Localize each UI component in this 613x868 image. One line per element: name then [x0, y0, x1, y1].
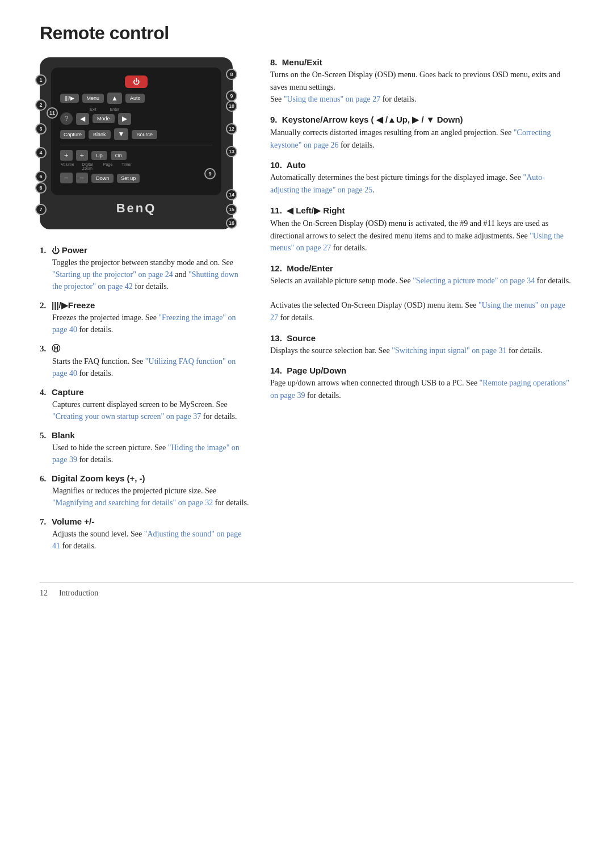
nav-right-button[interactable]: ▶ [118, 113, 131, 125]
source-button[interactable]: Source [132, 130, 157, 139]
badge-3: 3 [35, 123, 47, 135]
link-using-menus-11[interactable]: "Using the menus" on page 27 [270, 232, 564, 253]
item-number: 4. [40, 388, 46, 397]
badge-2: 2 [35, 99, 47, 111]
link-using-menus-12[interactable]: "Using the menus" on page 27 [270, 301, 565, 322]
dig-zoom-minus-button[interactable]: − [76, 173, 89, 183]
list-item: 11. ◀ Left/▶ Right When the On-Screen Di… [270, 206, 573, 254]
badge-6a: 6 [35, 171, 47, 182]
item-number: 7. [40, 517, 46, 526]
link-remote-paging[interactable]: "Remote paging operations" on page 39 [270, 379, 569, 400]
right-items-list: 8. Menu/Exit Turns on the On-Screen Disp… [270, 57, 573, 402]
link-faq[interactable]: "Utilizing FAQ function" on page 40 [52, 357, 236, 378]
list-item: 13. Source Displays the source selection… [270, 333, 573, 357]
item-header: 11. ◀ Left/▶ Right [270, 206, 573, 216]
badge-14: 14 [226, 189, 237, 200]
page-up-button[interactable]: Up [91, 151, 107, 160]
badge-12: 12 [226, 123, 237, 135]
item-title: Capture [52, 387, 84, 397]
list-item: 2. |||/▶Freeze Freezes the projected ima… [40, 300, 250, 336]
item-description: Toggles the projector between standby mo… [52, 257, 250, 292]
item-description: Manually corrects distorted images resul… [270, 127, 573, 151]
freeze-button[interactable]: |||/▶ [60, 94, 79, 103]
item-description: Captures current displayed screen to be … [52, 399, 250, 422]
link-startup-screen[interactable]: "Creating your own startup screen" on pa… [52, 412, 201, 421]
brand-logo: BenQ [51, 201, 221, 216]
item-description: Automatically determines the best pictur… [270, 171, 573, 196]
capture-button[interactable]: Capture [60, 130, 85, 139]
link-hiding-image[interactable]: "Hiding the image" on page 39 [52, 443, 240, 464]
item-header: 13. Source [270, 333, 573, 343]
link-using-menus-8[interactable]: "Using the menus" on page 27 [284, 95, 380, 103]
faq-button[interactable]: ? [60, 112, 73, 125]
link-switching-signal[interactable]: "Switching input signal" on page 31 [392, 346, 506, 355]
list-item: 5. Blank Used to hide the screen picture… [40, 430, 250, 466]
page-down-button[interactable]: Down [91, 174, 114, 183]
page-title: Remote control [40, 23, 573, 44]
auto-button[interactable]: Auto [125, 94, 145, 103]
blank-button[interactable]: Blank [89, 130, 111, 139]
item-number: 2. [40, 301, 46, 310]
item-title: Blank [52, 430, 75, 440]
nav-down-button[interactable]: ▼ [114, 128, 129, 140]
power-button[interactable]: ⏻ [125, 76, 148, 88]
setup-button[interactable]: Set up [117, 174, 140, 183]
item-description: Adjusts the sound level. See "Adjusting … [52, 528, 250, 552]
list-item: 10. Auto Automatically determines the be… [270, 160, 573, 196]
footer: 12 Introduction [40, 582, 573, 598]
minus-button[interactable]: − [60, 173, 73, 183]
badge-13: 13 [226, 146, 237, 157]
item-header: 9. Keystone/Arrow keys ( ◀ /▲Up, ▶ / ▼ D… [270, 115, 573, 125]
link-starting-up[interactable]: "Starting up the projector" on page 24 [52, 270, 173, 279]
list-item: 12. Mode/Enter Selects an available pict… [270, 263, 573, 324]
badge-4: 4 [35, 147, 47, 158]
item-description: Starts the FAQ function. See "Utilizing … [52, 355, 250, 379]
footer-section-label: Introduction [59, 589, 98, 598]
item-title: Volume +/- [52, 517, 94, 526]
remote-control-image: ⏻ |||/▶ Menu ▲ Auto Exit Enter [40, 57, 233, 245]
nav-up-button[interactable]: ▲ [107, 93, 122, 104]
badge-10: 10 [226, 100, 237, 112]
item-number: 5. [40, 431, 46, 440]
plus-button[interactable]: + [60, 150, 73, 161]
list-item: 4. Capture Captures current displayed sc… [40, 387, 250, 422]
list-item: 6. Digital Zoom keys (+, -) Magnifies or… [40, 473, 250, 509]
item-description: Magnifies or reduces the projected pictu… [52, 485, 250, 509]
item-description: Used to hide the screen picture. See "Hi… [52, 442, 250, 466]
badge-9: 9 [226, 90, 237, 102]
badge-11: 11 [47, 107, 58, 119]
link-auto-adjusting[interactable]: "Auto-adjusting the image" on page 25 [270, 173, 545, 194]
link-correcting-keystone[interactable]: "Correcting keystone" on page 26 [270, 128, 551, 149]
item-header: 12. Mode/Enter [270, 263, 573, 273]
item-description: Turns on the On-Screen Display (OSD) men… [270, 69, 573, 106]
badge-15: 15 [226, 204, 237, 215]
link-magnifying[interactable]: "Magnifying and searching for details" o… [52, 498, 213, 507]
item-header: 10. Auto [270, 160, 573, 170]
menu-button[interactable]: Menu [82, 94, 104, 103]
dig-zoom-plus-button[interactable]: + [76, 150, 89, 161]
item-description: When the On-Screen Display (OSD) menu is… [270, 217, 573, 254]
list-item: 9. Keystone/Arrow keys ( ◀ /▲Up, ▶ / ▼ D… [270, 115, 573, 151]
badge-6b: 6 [35, 182, 47, 194]
item-number: 6. [40, 474, 46, 483]
power-icon: ⏻ [133, 78, 140, 86]
nav-left-button[interactable]: ◀ [76, 113, 89, 125]
list-item: 8. Menu/Exit Turns on the On-Screen Disp… [270, 57, 573, 106]
list-item: 3. Ⓗ Starts the FAQ function. See "Utili… [40, 343, 250, 379]
item-description: Displays the source selection bar. See "… [270, 345, 573, 357]
footer-page-number: 12 [40, 589, 48, 598]
power-symbol-icon: ⏻ [52, 246, 60, 255]
link-freezing[interactable]: "Freezing the image" on page 40 [52, 313, 236, 334]
item-description: Page up/down arrows when connected throu… [270, 377, 573, 401]
on-button[interactable]: On [111, 151, 127, 160]
item-description: Selects an available picture setup mode.… [270, 275, 573, 324]
item-title: |||/▶Freeze [52, 300, 95, 310]
mode-button[interactable]: Mode [93, 114, 115, 123]
left-items-list: 1. ⏻ Power Toggles the projector between… [40, 245, 250, 552]
badge-1: 1 [35, 74, 47, 86]
item-header: 14. Page Up/Down [270, 366, 573, 375]
item-description: Freezes the projected image. See "Freezi… [52, 312, 250, 336]
link-picture-mode[interactable]: "Selecting a picture mode" on page 34 [413, 276, 535, 285]
link-adjusting-sound[interactable]: "Adjusting the sound" on page 41 [52, 530, 241, 550]
list-item: 14. Page Up/Down Page up/down arrows whe… [270, 366, 573, 401]
